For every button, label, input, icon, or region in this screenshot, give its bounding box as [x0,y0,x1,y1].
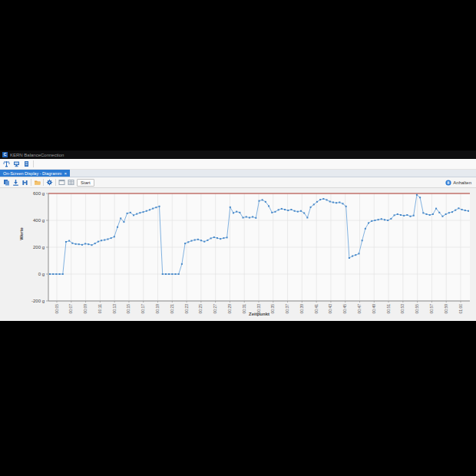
stop-label: Anhalten [453,180,471,185]
svg-text:200 g: 200 g [33,245,45,250]
stop-icon[interactable] [445,179,451,186]
svg-text:00:43: 00:43 [328,304,332,314]
weight-line-chart[interactable]: 00:0500:0700:0900:1100:1300:1500:1700:19… [0,188,476,321]
svg-text:00:59: 00:59 [444,304,448,314]
svg-text:-200 g: -200 g [31,299,45,303]
scale-icon[interactable] [3,160,10,167]
svg-text:00:07: 00:07 [68,304,73,314]
svg-text:Werte: Werte [19,227,24,240]
display-icon[interactable] [13,160,20,167]
svg-text:600 g: 600 g [33,191,45,196]
tab-close-icon[interactable]: × [64,171,67,176]
svg-text:00:47: 00:47 [357,304,362,314]
tab-bar: On-Screen Display - Diagramm × [0,170,476,177]
svg-text:00:49: 00:49 [372,304,376,314]
folder-icon[interactable] [34,179,41,186]
svg-text:00:41: 00:41 [314,304,319,314]
chart-columns-icon[interactable] [21,179,28,186]
toolbar-separator [43,179,44,186]
export-icon[interactable] [12,179,19,186]
svg-text:Zeitpunkt: Zeitpunkt [249,312,269,316]
svg-text:00:45: 00:45 [342,304,347,314]
log-icon[interactable] [23,160,30,167]
svg-text:00:13: 00:13 [112,304,117,314]
svg-text:00:27: 00:27 [213,304,217,314]
svg-text:00:15: 00:15 [126,304,131,314]
main-toolbar [0,159,476,170]
stop-control[interactable]: Anhalten [445,179,473,186]
svg-text:01:00: 01:00 [458,304,463,314]
title-bar: C KERN BalanceConnection [0,150,476,159]
start-button[interactable]: Start [77,179,94,187]
tab-diagramm[interactable]: On-Screen Display - Diagramm × [0,170,70,177]
chart-panel: 00:0500:0700:0900:1100:1300:1500:1700:19… [0,188,476,321]
svg-text:00:09: 00:09 [83,304,88,314]
tab-diagramm-label: On-Screen Display - Diagramm [3,171,61,176]
svg-text:00:53: 00:53 [400,304,405,314]
svg-text:00:19: 00:19 [155,304,160,314]
svg-text:00:17: 00:17 [140,304,145,314]
svg-text:00:29: 00:29 [227,304,232,314]
settings-gear-icon[interactable] [46,179,53,186]
table-icon[interactable] [68,179,74,186]
svg-text:00:05: 00:05 [55,304,59,314]
svg-text:00:21: 00:21 [170,304,174,314]
copy-icon[interactable] [3,179,10,186]
window-title: KERN BalanceConnection [10,153,64,157]
chart-toolbar: Start Anhalten [0,177,476,188]
screen: C KERN BalanceConnection On-Screen Displ… [0,0,476,476]
svg-text:00:25: 00:25 [198,304,203,314]
svg-text:00:39: 00:39 [299,304,304,314]
app-logo-icon: C [2,152,8,157]
toolbar-separator [55,179,56,186]
toolbar-separator [31,179,31,186]
toolbar-separator [33,160,34,167]
window-icon[interactable] [58,179,65,186]
svg-text:00:31: 00:31 [242,304,246,314]
app-window: C KERN BalanceConnection On-Screen Displ… [0,150,476,321]
svg-text:00:23: 00:23 [184,304,189,314]
svg-text:00:55: 00:55 [415,304,419,314]
svg-text:400 g: 400 g [33,218,45,223]
svg-text:00:37: 00:37 [285,304,289,314]
svg-text:00:57: 00:57 [429,304,434,314]
svg-text:00:51: 00:51 [386,304,391,314]
svg-text:00:11: 00:11 [98,304,102,313]
svg-text:0 g: 0 g [38,272,45,276]
svg-text:00:35: 00:35 [270,304,275,314]
